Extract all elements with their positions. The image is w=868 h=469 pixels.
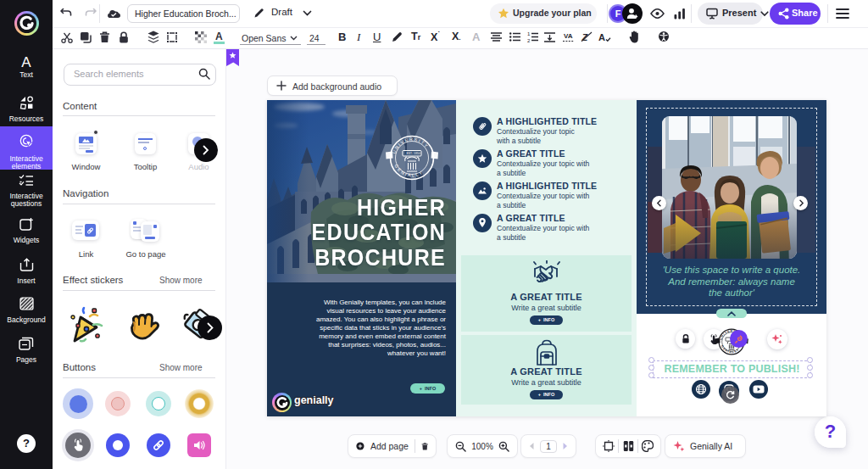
svg-text:VA: VA [564,32,573,40]
svg-text:EST. 1850: EST. 1850 [407,152,421,155]
svg-text:A: A [598,32,605,42]
svg-text:1: 1 [527,31,531,36]
svg-text:2: 2 [527,38,531,43]
svg-text:GENIALLY: GENIALLY [393,163,424,177]
